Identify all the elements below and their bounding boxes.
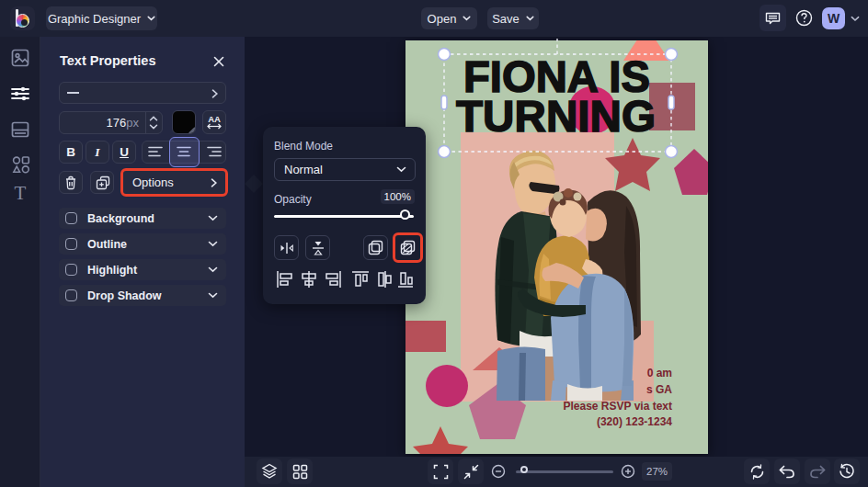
svg-text:s GA: s GA (646, 383, 672, 396)
svg-text:Please RSVP via text: Please RSVP via text (563, 400, 672, 413)
svg-text:0 am: 0 am (647, 367, 672, 379)
svg-text:(320) 123-1234: (320) 123-1234 (597, 415, 672, 428)
svg-text:AA: AA (208, 114, 221, 124)
